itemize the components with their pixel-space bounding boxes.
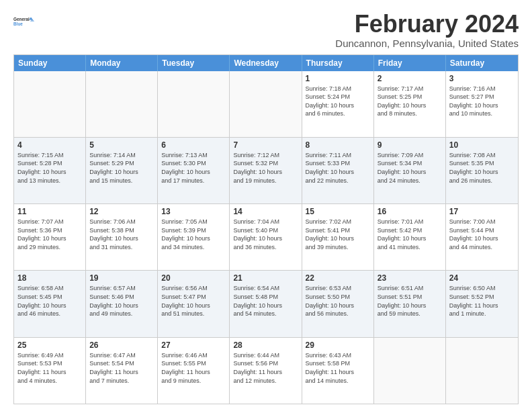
calendar-cell: 19Sunrise: 6:57 AM Sunset: 5:46 PM Dayli… [86,271,158,336]
calendar-cell: 22Sunrise: 6:53 AM Sunset: 5:50 PM Dayli… [302,271,374,336]
header: GeneralBlue February 2024 Duncannon, Pen… [13,11,519,49]
day-info: Sunrise: 7:11 AM Sunset: 5:33 PM Dayligh… [306,151,370,185]
day-number: 26 [89,340,154,350]
header-day: Wednesday [230,55,302,71]
calendar-cell: 24Sunrise: 6:50 AM Sunset: 5:52 PM Dayli… [446,271,518,336]
day-number: 9 [378,140,442,150]
day-info: Sunrise: 6:54 AM Sunset: 5:48 PM Dayligh… [233,284,298,318]
calendar-cell: 3Sunrise: 7:16 AM Sunset: 5:27 PM Daylig… [446,71,518,137]
calendar-cell: 23Sunrise: 6:51 AM Sunset: 5:51 PM Dayli… [374,271,446,336]
calendar-cell: 5Sunrise: 7:14 AM Sunset: 5:29 PM Daylig… [86,138,158,203]
calendar-cell [158,71,230,137]
day-info: Sunrise: 6:57 AM Sunset: 5:46 PM Dayligh… [89,284,154,318]
day-info: Sunrise: 6:47 AM Sunset: 5:54 PM Dayligh… [89,351,154,385]
calendar-cell: 7Sunrise: 7:12 AM Sunset: 5:32 PM Daylig… [230,138,302,203]
day-info: Sunrise: 7:09 AM Sunset: 5:34 PM Dayligh… [378,151,442,185]
day-info: Sunrise: 7:12 AM Sunset: 5:32 PM Dayligh… [233,151,298,185]
day-number: 13 [161,207,226,216]
day-number: 11 [17,207,82,216]
day-info: Sunrise: 6:56 AM Sunset: 5:47 PM Dayligh… [161,284,226,318]
calendar-cell: 6Sunrise: 7:13 AM Sunset: 5:30 PM Daylig… [158,138,230,203]
calendar-cell: 27Sunrise: 6:46 AM Sunset: 5:55 PM Dayli… [158,338,230,404]
day-number: 3 [449,74,515,83]
day-number: 28 [233,340,298,350]
svg-text:General: General [13,17,30,21]
day-number: 5 [89,140,154,150]
day-info: Sunrise: 7:18 AM Sunset: 5:24 PM Dayligh… [306,85,370,118]
day-number: 6 [161,140,226,150]
calendar-cell [86,71,158,137]
calendar-header: SundayMondayTuesdayWednesdayThursdayFrid… [14,55,518,71]
calendar-cell: 4Sunrise: 7:15 AM Sunset: 5:28 PM Daylig… [14,138,86,203]
day-info: Sunrise: 7:07 AM Sunset: 5:36 PM Dayligh… [17,218,82,251]
calendar-cell: 14Sunrise: 7:04 AM Sunset: 5:40 PM Dayli… [230,204,302,270]
day-number: 29 [306,340,370,350]
logo-icon: GeneralBlue [13,11,35,32]
logo: GeneralBlue [13,11,35,32]
header-day: Thursday [302,55,374,71]
day-info: Sunrise: 7:16 AM Sunset: 5:27 PM Dayligh… [449,85,515,118]
day-number: 12 [89,207,154,216]
day-info: Sunrise: 6:43 AM Sunset: 5:58 PM Dayligh… [306,351,370,385]
day-number: 2 [378,74,442,83]
day-number: 14 [233,207,298,216]
day-number: 8 [306,140,370,150]
day-info: Sunrise: 6:53 AM Sunset: 5:50 PM Dayligh… [306,284,370,318]
calendar-cell: 8Sunrise: 7:11 AM Sunset: 5:33 PM Daylig… [302,138,374,203]
day-info: Sunrise: 7:01 AM Sunset: 5:42 PM Dayligh… [378,218,442,251]
day-number: 25 [17,340,82,350]
calendar-cell: 2Sunrise: 7:17 AM Sunset: 5:25 PM Daylig… [374,71,446,137]
day-info: Sunrise: 6:58 AM Sunset: 5:45 PM Dayligh… [17,284,82,318]
day-number: 15 [306,207,370,216]
header-day: Tuesday [158,55,230,71]
calendar-row: 11Sunrise: 7:07 AM Sunset: 5:36 PM Dayli… [14,204,518,271]
day-number: 10 [449,140,515,150]
day-info: Sunrise: 6:46 AM Sunset: 5:55 PM Dayligh… [161,351,226,385]
day-number: 20 [161,273,226,283]
day-number: 21 [233,273,298,283]
day-number: 17 [449,207,515,216]
day-info: Sunrise: 7:06 AM Sunset: 5:38 PM Dayligh… [89,218,154,251]
calendar-body: 1Sunrise: 7:18 AM Sunset: 5:24 PM Daylig… [14,71,518,404]
day-info: Sunrise: 6:44 AM Sunset: 5:56 PM Dayligh… [233,351,298,385]
calendar-cell: 15Sunrise: 7:02 AM Sunset: 5:41 PM Dayli… [302,204,374,270]
calendar-cell [14,71,86,137]
svg-text:Blue: Blue [13,21,23,26]
calendar-cell: 17Sunrise: 7:00 AM Sunset: 5:44 PM Dayli… [446,204,518,270]
day-info: Sunrise: 7:02 AM Sunset: 5:41 PM Dayligh… [306,218,370,251]
title-block: February 2024 Duncannon, Pennsylvania, U… [335,11,519,49]
calendar-cell: 29Sunrise: 6:43 AM Sunset: 5:58 PM Dayli… [302,338,374,404]
day-number: 16 [378,207,442,216]
calendar-row: 4Sunrise: 7:15 AM Sunset: 5:28 PM Daylig… [14,138,518,204]
calendar-cell [230,71,302,137]
day-number: 27 [161,340,226,350]
day-info: Sunrise: 7:13 AM Sunset: 5:30 PM Dayligh… [161,151,226,185]
calendar-cell [374,338,446,404]
header-day: Sunday [14,55,86,71]
subtitle: Duncannon, Pennsylvania, United States [335,38,519,49]
calendar-row: 25Sunrise: 6:49 AM Sunset: 5:53 PM Dayli… [14,338,518,404]
day-info: Sunrise: 6:49 AM Sunset: 5:53 PM Dayligh… [17,351,82,385]
day-info: Sunrise: 7:04 AM Sunset: 5:40 PM Dayligh… [233,218,298,251]
header-day: Saturday [446,55,518,71]
calendar-row: 18Sunrise: 6:58 AM Sunset: 5:45 PM Dayli… [14,271,518,337]
calendar-cell: 11Sunrise: 7:07 AM Sunset: 5:36 PM Dayli… [14,204,86,270]
calendar-cell: 13Sunrise: 7:05 AM Sunset: 5:39 PM Dayli… [158,204,230,270]
calendar-row: 1Sunrise: 7:18 AM Sunset: 5:24 PM Daylig… [14,71,518,138]
day-info: Sunrise: 6:50 AM Sunset: 5:52 PM Dayligh… [449,284,515,318]
day-info: Sunrise: 6:51 AM Sunset: 5:51 PM Dayligh… [378,284,442,318]
calendar-cell: 1Sunrise: 7:18 AM Sunset: 5:24 PM Daylig… [302,71,374,137]
day-number: 4 [17,140,82,150]
calendar-cell: 9Sunrise: 7:09 AM Sunset: 5:34 PM Daylig… [374,138,446,203]
day-info: Sunrise: 7:14 AM Sunset: 5:29 PM Dayligh… [89,151,154,185]
day-number: 19 [89,273,154,283]
day-number: 7 [233,140,298,150]
day-number: 23 [378,273,442,283]
day-number: 18 [17,273,82,283]
calendar: SundayMondayTuesdayWednesdayThursdayFrid… [13,54,519,404]
day-info: Sunrise: 7:15 AM Sunset: 5:28 PM Dayligh… [17,151,82,185]
calendar-cell [446,338,518,404]
day-info: Sunrise: 7:00 AM Sunset: 5:44 PM Dayligh… [449,218,515,251]
calendar-cell: 25Sunrise: 6:49 AM Sunset: 5:53 PM Dayli… [14,338,86,404]
calendar-cell: 21Sunrise: 6:54 AM Sunset: 5:48 PM Dayli… [230,271,302,336]
